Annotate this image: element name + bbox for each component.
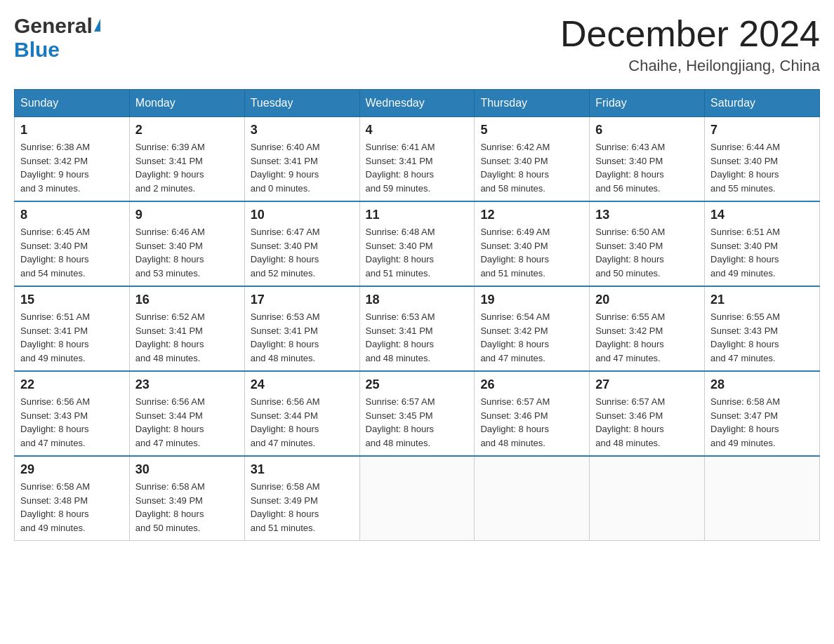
day-info: Sunrise: 6:56 AMSunset: 3:44 PMDaylight:…	[135, 395, 239, 450]
day-number: 12	[480, 208, 583, 222]
week-row-3: 15Sunrise: 6:51 AMSunset: 3:41 PMDayligh…	[15, 286, 820, 371]
day-cell-4: 4Sunrise: 6:41 AMSunset: 3:41 PMDaylight…	[359, 117, 475, 202]
day-info: Sunrise: 6:58 AMSunset: 3:49 PMDaylight:…	[251, 480, 354, 535]
day-number: 22	[20, 377, 124, 392]
day-number: 27	[595, 377, 699, 392]
page-header: General Blue December 2024 Chaihe, Heilo…	[14, 14, 820, 75]
day-number: 26	[480, 377, 583, 392]
day-info: Sunrise: 6:47 AMSunset: 3:40 PMDaylight:…	[251, 225, 354, 280]
day-number: 3	[251, 123, 354, 137]
day-number: 19	[480, 293, 583, 307]
day-number: 18	[366, 293, 469, 307]
day-info: Sunrise: 6:58 AMSunset: 3:47 PMDaylight:…	[710, 395, 814, 450]
day-cell-10: 10Sunrise: 6:47 AMSunset: 3:40 PMDayligh…	[244, 201, 359, 286]
day-info: Sunrise: 6:56 AMSunset: 3:43 PMDaylight:…	[20, 395, 124, 450]
day-cell-27: 27Sunrise: 6:57 AMSunset: 3:46 PMDayligh…	[590, 371, 705, 456]
day-number: 9	[135, 208, 239, 222]
day-number: 20	[595, 293, 699, 307]
day-cell-12: 12Sunrise: 6:49 AMSunset: 3:40 PMDayligh…	[475, 201, 590, 286]
day-cell-16: 16Sunrise: 6:52 AMSunset: 3:41 PMDayligh…	[129, 286, 244, 371]
day-number: 23	[135, 377, 239, 392]
calendar-table: SundayMondayTuesdayWednesdayThursdayFrid…	[14, 89, 820, 541]
day-number: 13	[595, 208, 699, 222]
day-number: 4	[366, 123, 469, 137]
day-info: Sunrise: 6:40 AMSunset: 3:41 PMDaylight:…	[251, 140, 354, 195]
week-row-4: 22Sunrise: 6:56 AMSunset: 3:43 PMDayligh…	[15, 371, 820, 456]
day-cell-11: 11Sunrise: 6:48 AMSunset: 3:40 PMDayligh…	[359, 201, 475, 286]
day-info: Sunrise: 6:39 AMSunset: 3:41 PMDaylight:…	[135, 140, 239, 195]
day-number: 24	[251, 377, 354, 392]
header-monday: Monday	[129, 90, 244, 117]
day-cell-18: 18Sunrise: 6:53 AMSunset: 3:41 PMDayligh…	[359, 286, 475, 371]
day-info: Sunrise: 6:43 AMSunset: 3:40 PMDaylight:…	[595, 140, 699, 195]
day-cell-empty	[590, 456, 705, 541]
day-cell-25: 25Sunrise: 6:57 AMSunset: 3:45 PMDayligh…	[359, 371, 475, 456]
logo-triangle	[94, 19, 100, 32]
location-subtitle: Chaihe, Heilongjiang, China	[560, 57, 820, 75]
header-wednesday: Wednesday	[359, 90, 475, 117]
day-info: Sunrise: 6:54 AMSunset: 3:42 PMDaylight:…	[480, 310, 583, 365]
title-section: December 2024 Chaihe, Heilongjiang, Chin…	[560, 14, 820, 75]
day-cell-21: 21Sunrise: 6:55 AMSunset: 3:43 PMDayligh…	[705, 286, 820, 371]
day-info: Sunrise: 6:50 AMSunset: 3:40 PMDaylight:…	[595, 225, 699, 280]
day-info: Sunrise: 6:51 AMSunset: 3:40 PMDaylight:…	[710, 225, 814, 280]
day-number: 7	[710, 123, 814, 137]
header-thursday: Thursday	[475, 90, 590, 117]
day-number: 10	[251, 208, 354, 222]
day-info: Sunrise: 6:51 AMSunset: 3:41 PMDaylight:…	[20, 310, 124, 365]
day-info: Sunrise: 6:53 AMSunset: 3:41 PMDaylight:…	[366, 310, 469, 365]
day-cell-9: 9Sunrise: 6:46 AMSunset: 3:40 PMDaylight…	[129, 201, 244, 286]
day-cell-8: 8Sunrise: 6:45 AMSunset: 3:40 PMDaylight…	[15, 201, 130, 286]
day-cell-5: 5Sunrise: 6:42 AMSunset: 3:40 PMDaylight…	[475, 117, 590, 202]
day-number: 17	[251, 293, 354, 307]
day-info: Sunrise: 6:38 AMSunset: 3:42 PMDaylight:…	[20, 140, 124, 195]
day-cell-24: 24Sunrise: 6:56 AMSunset: 3:44 PMDayligh…	[244, 371, 359, 456]
day-info: Sunrise: 6:57 AMSunset: 3:45 PMDaylight:…	[366, 395, 469, 450]
day-info: Sunrise: 6:58 AMSunset: 3:48 PMDaylight:…	[20, 480, 124, 535]
day-cell-31: 31Sunrise: 6:58 AMSunset: 3:49 PMDayligh…	[244, 456, 359, 541]
day-cell-empty	[705, 456, 820, 541]
day-cell-19: 19Sunrise: 6:54 AMSunset: 3:42 PMDayligh…	[475, 286, 590, 371]
day-number: 16	[135, 293, 239, 307]
day-cell-empty	[475, 456, 590, 541]
day-info: Sunrise: 6:41 AMSunset: 3:41 PMDaylight:…	[366, 140, 469, 195]
day-info: Sunrise: 6:53 AMSunset: 3:41 PMDaylight:…	[251, 310, 354, 365]
day-cell-23: 23Sunrise: 6:56 AMSunset: 3:44 PMDayligh…	[129, 371, 244, 456]
day-cell-14: 14Sunrise: 6:51 AMSunset: 3:40 PMDayligh…	[705, 201, 820, 286]
day-cell-7: 7Sunrise: 6:44 AMSunset: 3:40 PMDaylight…	[705, 117, 820, 202]
day-number: 14	[710, 208, 814, 222]
day-cell-26: 26Sunrise: 6:57 AMSunset: 3:46 PMDayligh…	[475, 371, 590, 456]
day-cell-15: 15Sunrise: 6:51 AMSunset: 3:41 PMDayligh…	[15, 286, 130, 371]
day-number: 11	[366, 208, 469, 222]
day-info: Sunrise: 6:44 AMSunset: 3:40 PMDaylight:…	[710, 140, 814, 195]
week-row-1: 1Sunrise: 6:38 AMSunset: 3:42 PMDaylight…	[15, 117, 820, 202]
day-number: 1	[20, 123, 124, 137]
day-info: Sunrise: 6:55 AMSunset: 3:43 PMDaylight:…	[710, 310, 814, 365]
day-number: 28	[710, 377, 814, 392]
header-friday: Friday	[590, 90, 705, 117]
day-number: 5	[480, 123, 583, 137]
day-number: 6	[595, 123, 699, 137]
day-info: Sunrise: 6:57 AMSunset: 3:46 PMDaylight:…	[595, 395, 699, 450]
day-info: Sunrise: 6:55 AMSunset: 3:42 PMDaylight:…	[595, 310, 699, 365]
day-info: Sunrise: 6:45 AMSunset: 3:40 PMDaylight:…	[20, 225, 124, 280]
day-cell-17: 17Sunrise: 6:53 AMSunset: 3:41 PMDayligh…	[244, 286, 359, 371]
day-cell-30: 30Sunrise: 6:58 AMSunset: 3:49 PMDayligh…	[129, 456, 244, 541]
day-info: Sunrise: 6:49 AMSunset: 3:40 PMDaylight:…	[480, 225, 583, 280]
week-row-5: 29Sunrise: 6:58 AMSunset: 3:48 PMDayligh…	[15, 456, 820, 541]
day-number: 30	[135, 462, 239, 477]
day-info: Sunrise: 6:58 AMSunset: 3:49 PMDaylight:…	[135, 480, 239, 535]
day-cell-28: 28Sunrise: 6:58 AMSunset: 3:47 PMDayligh…	[705, 371, 820, 456]
day-number: 21	[710, 293, 814, 307]
day-number: 29	[20, 462, 124, 477]
day-info: Sunrise: 6:48 AMSunset: 3:40 PMDaylight:…	[366, 225, 469, 280]
day-cell-1: 1Sunrise: 6:38 AMSunset: 3:42 PMDaylight…	[15, 117, 130, 202]
day-cell-6: 6Sunrise: 6:43 AMSunset: 3:40 PMDaylight…	[590, 117, 705, 202]
header-sunday: Sunday	[15, 90, 130, 117]
calendar-header-row: SundayMondayTuesdayWednesdayThursdayFrid…	[15, 90, 820, 117]
day-number: 8	[20, 208, 124, 222]
day-info: Sunrise: 6:46 AMSunset: 3:40 PMDaylight:…	[135, 225, 239, 280]
day-info: Sunrise: 6:42 AMSunset: 3:40 PMDaylight:…	[480, 140, 583, 195]
day-cell-29: 29Sunrise: 6:58 AMSunset: 3:48 PMDayligh…	[15, 456, 130, 541]
day-info: Sunrise: 6:52 AMSunset: 3:41 PMDaylight:…	[135, 310, 239, 365]
